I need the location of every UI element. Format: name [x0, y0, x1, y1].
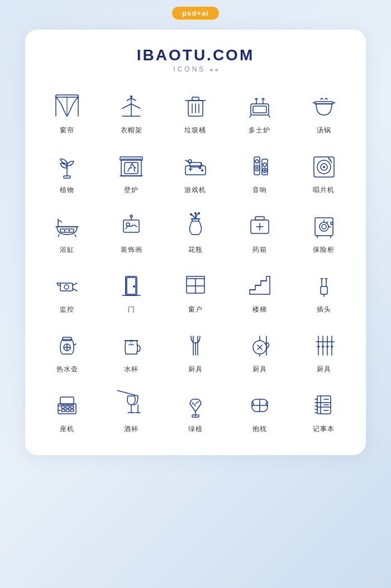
svg-rect-33: [120, 157, 142, 160]
icon-coat-rack: 衣帽架: [101, 85, 163, 140]
icon-phone: 座机: [36, 384, 98, 438]
svg-point-10: [130, 95, 132, 98]
icon-notebook: 记事本: [293, 384, 355, 438]
svg-point-54: [323, 166, 325, 168]
svg-point-79: [322, 224, 326, 229]
icon-cup: 水杯: [101, 324, 163, 379]
icon-utensils3: 厨具: [293, 324, 355, 379]
icon-turntable: 唱片机: [293, 145, 355, 199]
icon-toaster: 多士炉: [228, 85, 290, 140]
icon-speaker: 音响: [228, 145, 290, 199]
svg-line-7: [131, 104, 140, 108]
svg-line-37: [185, 160, 190, 162]
icon-window: 窗户: [165, 265, 227, 319]
icon-painting: 装饰画: [101, 205, 163, 259]
svg-point-50: [264, 170, 265, 171]
svg-rect-86: [60, 283, 73, 291]
svg-point-95: [133, 285, 135, 288]
card-title: IBAOTU.COM: [36, 46, 355, 64]
icon-pot: 汤锅: [293, 85, 355, 140]
icon-door: 门: [101, 265, 163, 319]
svg-line-9: [131, 98, 136, 101]
card-subtitle: ICONS: [36, 65, 355, 73]
icon-game-console: 游戏机: [165, 145, 227, 199]
svg-line-6: [122, 104, 131, 108]
svg-point-49: [263, 168, 267, 173]
svg-rect-13: [192, 97, 199, 101]
icons-grid: 窗帘 衣帽架: [36, 85, 355, 438]
svg-rect-28: [64, 176, 70, 178]
svg-point-70: [190, 213, 192, 216]
icon-fireplace: 壁炉: [101, 145, 163, 199]
icon-green-plant: 绿植: [165, 384, 227, 438]
svg-point-46: [254, 165, 260, 171]
svg-rect-143: [66, 409, 69, 412]
svg-point-71: [198, 212, 200, 214]
icon-vase: 花瓶: [165, 205, 227, 259]
svg-point-47: [256, 167, 258, 169]
svg-point-40: [201, 169, 203, 171]
svg-rect-142: [61, 409, 65, 412]
svg-point-66: [130, 215, 132, 217]
icon-plug: 插头: [293, 265, 355, 319]
icon-plant: 植物: [36, 145, 98, 199]
svg-point-45: [255, 160, 259, 163]
icon-medicine-box: 药箱: [228, 205, 290, 259]
svg-point-72: [194, 212, 197, 214]
svg-rect-144: [70, 409, 74, 412]
icon-camera: 监控: [36, 265, 98, 319]
svg-point-63: [69, 230, 70, 232]
svg-line-153: [196, 401, 199, 404]
icon-safe: 保险柜: [293, 205, 355, 259]
svg-rect-76: [255, 217, 264, 220]
svg-rect-93: [126, 276, 137, 295]
svg-rect-141: [70, 406, 74, 408]
svg-line-8: [127, 98, 131, 101]
top-badge: psd+ai: [172, 7, 219, 20]
icon-utensils2: 厨具: [228, 324, 290, 379]
svg-point-78: [320, 222, 328, 231]
svg-point-39: [199, 167, 201, 169]
icon-curtain: 窗帘: [36, 85, 98, 140]
svg-point-67: [126, 223, 130, 226]
svg-rect-140: [66, 406, 69, 408]
svg-line-20: [250, 115, 251, 117]
svg-rect-83: [331, 222, 333, 224]
svg-line-21: [269, 115, 270, 117]
svg-rect-139: [61, 406, 65, 408]
svg-rect-61: [60, 229, 74, 232]
svg-point-87: [64, 285, 69, 289]
icon-wine-glass: 酒杯: [101, 384, 163, 438]
icon-bathtub: 浴缸: [36, 205, 98, 259]
svg-line-60: [75, 235, 76, 237]
svg-rect-115: [63, 337, 71, 341]
icon-trash: 垃圾桶: [165, 85, 227, 140]
svg-line-59: [58, 235, 59, 237]
svg-point-48: [263, 163, 266, 166]
svg-line-88: [73, 283, 77, 285]
svg-line-116: [74, 344, 76, 345]
svg-line-147: [117, 390, 138, 396]
svg-rect-24: [315, 102, 333, 104]
svg-line-89: [73, 289, 77, 291]
svg-point-62: [64, 230, 66, 232]
icon-utensils1: 厨具: [165, 324, 227, 379]
main-card: IBAOTU.COM ICONS 窗帘: [25, 30, 366, 455]
icon-pillow: 抱枕: [228, 384, 290, 438]
icon-stairs: 楼梯: [228, 265, 290, 319]
icon-blender: 热水壶: [36, 324, 98, 379]
svg-rect-22: [253, 106, 266, 113]
svg-line-82: [326, 222, 328, 223]
svg-rect-107: [321, 286, 327, 294]
svg-line-56: [328, 158, 332, 162]
svg-rect-35: [190, 162, 201, 167]
svg-line-152: [192, 403, 196, 406]
svg-rect-17: [251, 104, 269, 115]
